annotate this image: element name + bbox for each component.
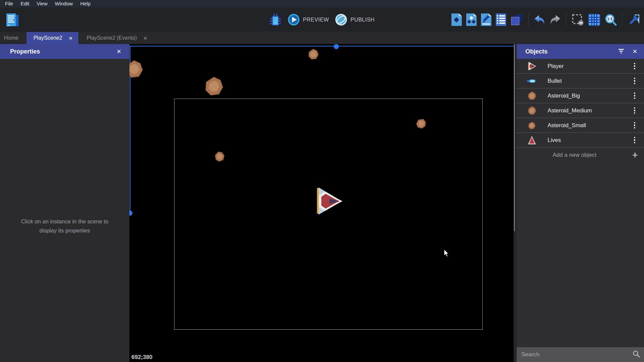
redo-button[interactable]	[549, 14, 561, 26]
toolbar: PREVIEW PUBLISH	[0, 7, 644, 32]
object-menu-kebab-icon[interactable]	[633, 62, 637, 71]
editor-settings-button[interactable]	[627, 13, 641, 27]
object-row-asteroid-medium[interactable]: Asteroid_Medium	[517, 103, 644, 118]
object-label: Asteroid_Big	[548, 93, 633, 99]
gdevelop-window: File Edit View Window Help	[0, 0, 644, 362]
play-icon	[287, 13, 300, 26]
asteroid-big-instance[interactable]	[129, 60, 144, 78]
open-object-groups-button[interactable]	[466, 13, 477, 27]
undo-button[interactable]	[533, 14, 546, 26]
object-menu-kebab-icon[interactable]	[633, 77, 637, 85]
canvas-scrollbar	[514, 44, 517, 362]
debugger-button[interactable]	[269, 12, 282, 27]
filter-objects-button[interactable]	[618, 48, 625, 55]
publish-label: PUBLISH	[351, 17, 375, 23]
scene-canvas[interactable]: 692;380	[129, 44, 514, 362]
undo-icon	[534, 15, 545, 25]
properties-title: Properties	[10, 48, 117, 55]
object-menu-kebab-icon[interactable]	[633, 92, 637, 100]
open-instances-panel-button[interactable]	[510, 13, 524, 27]
menu-view[interactable]: View	[33, 0, 51, 7]
asteroid-big-instance[interactable]	[204, 76, 224, 96]
toolbar-divider	[528, 13, 529, 27]
tab-playscene2[interactable]: PlayScene2 ✕	[27, 32, 78, 44]
objects-panel-header: Objects ✕	[517, 44, 644, 59]
object-row-bullet[interactable]: Bullet	[517, 74, 644, 88]
menu-edit[interactable]: Edit	[17, 0, 33, 7]
filter-icon	[618, 48, 625, 54]
close-tab-icon[interactable]: ✕	[69, 36, 73, 41]
object-label: Bullet	[548, 78, 633, 84]
close-objects-icon[interactable]: ✕	[633, 49, 637, 55]
publish-globe-icon	[335, 13, 348, 26]
close-tab-icon[interactable]: ✕	[143, 36, 148, 41]
add-object-label: Add a new object	[553, 152, 632, 158]
instances-stack-icon	[511, 13, 523, 26]
project-manager-icon	[5, 12, 20, 28]
debug-bug-icon	[269, 13, 281, 27]
object-row-asteroid-small[interactable]: Asteroid_Small	[517, 118, 644, 133]
properties-pencil-icon	[481, 13, 491, 26]
object-label: Player	[548, 63, 633, 70]
tab-label: PlayScene2	[34, 35, 62, 41]
zoom-1-1-icon: 1:1	[605, 14, 617, 26]
object-label: Lives	[548, 137, 633, 144]
wrench-icon	[628, 14, 640, 26]
publish-button[interactable]: PUBLISH	[334, 13, 375, 27]
canvas-scrollbar-thumb[interactable]	[514, 44, 515, 231]
zoom-original-button[interactable]: 1:1	[604, 13, 617, 27]
menu-help[interactable]: Help	[77, 0, 94, 7]
preview-button[interactable]: PREVIEW	[287, 13, 329, 27]
main-area: Properties ✕ Click on an instance in the…	[0, 44, 644, 362]
menu-bar: File Edit View Window Help	[0, 0, 644, 7]
properties-panel-header: Properties ✕	[0, 44, 129, 59]
close-properties-icon[interactable]: ✕	[117, 49, 121, 55]
open-properties-panel-button[interactable]	[480, 13, 492, 27]
object-menu-kebab-icon[interactable]	[633, 121, 637, 130]
grid-icon	[588, 14, 600, 26]
tab-playscene2-events[interactable]: PlayScene2 (Events) ✕	[78, 32, 154, 44]
redo-icon	[550, 15, 561, 25]
lives-object-icon	[527, 136, 537, 145]
player-ship-instance[interactable]	[315, 186, 343, 215]
object-label: Asteroid_Medium	[548, 107, 633, 114]
objects-panel-spacer	[517, 162, 644, 347]
tab-home[interactable]: Home	[0, 32, 27, 44]
properties-panel: Properties ✕ Click on an instance in the…	[0, 44, 129, 362]
objects-search-bar	[517, 347, 644, 362]
toggle-grid-button[interactable]	[588, 13, 601, 27]
menu-file[interactable]: File	[1, 0, 17, 7]
object-row-asteroid-big[interactable]: Asteroid_Big	[517, 88, 644, 103]
search-icon	[633, 350, 640, 359]
bullet-object-icon	[527, 79, 537, 83]
asteroid-medium-instance[interactable]	[308, 48, 319, 60]
tab-label: PlayScene2 (Events)	[87, 35, 137, 41]
project-manager-button[interactable]	[4, 12, 21, 29]
scene-handle-left[interactable]	[129, 211, 132, 216]
preview-label: PREVIEW	[303, 17, 329, 23]
menu-window[interactable]: Window	[51, 0, 76, 7]
toolbar-divider	[622, 13, 622, 27]
open-layers-panel-button[interactable]	[495, 13, 507, 27]
mouse-cursor-icon	[443, 249, 449, 257]
scene-handle-top[interactable]	[334, 44, 339, 49]
object-row-lives[interactable]: Lives	[517, 133, 644, 148]
cursor-coordinates: 692;380	[131, 354, 152, 361]
add-new-object-button[interactable]: Add a new object +	[517, 148, 644, 162]
properties-empty-message: Click on an instance in the scene to dis…	[14, 217, 116, 235]
object-menu-kebab-icon[interactable]	[633, 106, 637, 115]
object-row-player[interactable]: Player	[517, 59, 644, 74]
objects-panel: Objects ✕	[517, 44, 644, 362]
objects-search-input[interactable]	[517, 351, 633, 358]
plus-icon: +	[632, 150, 638, 160]
layers-list-icon	[496, 13, 506, 26]
tab-bar: Home PlayScene2 ✕ PlayScene2 (Events) ✕	[0, 32, 644, 44]
object-menu-kebab-icon[interactable]	[633, 136, 637, 145]
object-label: Asteroid_Small	[548, 122, 633, 129]
toolbar-divider	[566, 13, 566, 27]
deselect-icon	[572, 14, 584, 26]
open-objects-panel-button[interactable]	[451, 13, 462, 27]
clear-selection-button[interactable]	[571, 13, 585, 27]
asteroid-medium-object-icon	[527, 106, 537, 115]
objects-title: Objects	[525, 48, 610, 55]
